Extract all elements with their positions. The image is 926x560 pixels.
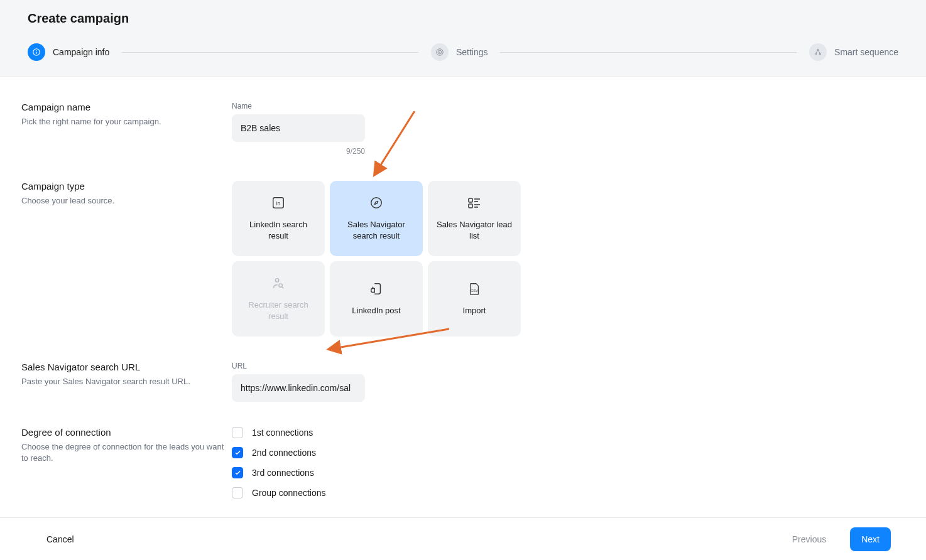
- page-header: Create campaign Campaign info Settings S…: [0, 0, 926, 77]
- campaign-type-desc: Choose your lead source.: [21, 195, 232, 207]
- step-smart-sequence[interactable]: Smart sequence: [809, 43, 898, 61]
- checkbox-1st-connections[interactable]: 1st connections: [232, 427, 905, 438]
- name-field-label: Name: [232, 102, 905, 110]
- search-url-title: Sales Navigator search URL: [21, 362, 232, 372]
- recruiter-icon: [271, 276, 286, 291]
- row-degree: Degree of connection Choose the degree o…: [21, 427, 905, 507]
- search-url-desc: Paste your Sales Navigator search result…: [21, 376, 232, 387]
- type-import[interactable]: CSV Import: [428, 261, 521, 337]
- svg-text:in: in: [276, 201, 281, 207]
- degree-title: Degree of connection: [21, 427, 232, 438]
- checkbox-icon: [232, 427, 243, 438]
- type-sales-nav-lead-list[interactable]: Sales Navigator lead list: [428, 181, 521, 256]
- compass-icon: [369, 195, 384, 210]
- step-label: Smart sequence: [834, 47, 898, 57]
- checkbox-label: 2nd connections: [252, 448, 316, 458]
- form-content: Campaign name Pick the right name for yo…: [0, 77, 926, 557]
- checkbox-label: 3rd connections: [252, 468, 314, 478]
- svg-point-18: [275, 279, 279, 283]
- nodes-icon: [809, 43, 827, 61]
- type-linkedin-search[interactable]: in LinkedIn search result: [232, 181, 325, 256]
- row-campaign-type: Campaign type Choose your lead source. i…: [21, 181, 905, 337]
- step-label: Settings: [456, 47, 488, 57]
- csv-icon: CSV: [467, 281, 482, 296]
- svg-rect-13: [469, 204, 472, 208]
- type-sales-nav-search[interactable]: Sales Navigator search result: [330, 181, 423, 256]
- step-divider: [500, 52, 797, 53]
- type-linkedin-post[interactable]: LinkedIn post: [330, 261, 423, 337]
- row-search-url: Sales Navigator search URL Paste your Sa…: [21, 362, 905, 402]
- target-icon: [431, 43, 449, 61]
- post-icon: [369, 281, 384, 296]
- footer: Cancel Previous Next: [0, 517, 926, 557]
- char-count: 9/250: [232, 147, 365, 156]
- svg-rect-2: [36, 51, 36, 54]
- campaign-name-title: Campaign name: [21, 102, 232, 112]
- checkbox-group-connections[interactable]: Group connections: [232, 487, 905, 498]
- row-campaign-name: Campaign name Pick the right name for yo…: [21, 102, 905, 156]
- type-label: Sales Navigator search result: [337, 219, 415, 241]
- checkbox-icon: [232, 447, 243, 458]
- svg-line-20: [282, 287, 283, 288]
- checkbox-label: 1st connections: [252, 428, 313, 438]
- svg-rect-12: [469, 198, 472, 202]
- step-settings[interactable]: Settings: [431, 43, 488, 61]
- svg-point-1: [36, 50, 36, 51]
- degree-desc: Choose the degree of connection for the …: [21, 441, 232, 464]
- cancel-button[interactable]: Cancel: [35, 527, 85, 551]
- type-grid: in LinkedIn search result Sales Navigato…: [232, 181, 905, 337]
- svg-point-11: [371, 198, 382, 208]
- campaign-name-input[interactable]: [232, 114, 365, 142]
- step-divider: [122, 52, 418, 53]
- svg-point-8: [819, 53, 821, 55]
- previous-button[interactable]: Previous: [781, 527, 837, 551]
- type-label: LinkedIn search result: [239, 219, 317, 241]
- list-icon: [467, 195, 482, 210]
- campaign-name-desc: Pick the right name for your campaign.: [21, 116, 232, 127]
- checkbox-label: Group connections: [252, 488, 326, 498]
- svg-point-7: [815, 53, 817, 55]
- checkbox-icon: [232, 467, 243, 478]
- checkbox-2nd-connections[interactable]: 2nd connections: [232, 447, 905, 458]
- type-label: Import: [463, 305, 486, 316]
- page-title: Create campaign: [28, 11, 898, 26]
- stepper: Campaign info Settings Smart sequence: [28, 43, 898, 61]
- search-url-input[interactable]: [232, 374, 365, 402]
- step-label: Campaign info: [53, 47, 109, 57]
- type-label: Recruiter search result: [239, 299, 317, 321]
- svg-point-5: [439, 51, 440, 53]
- type-recruiter-search[interactable]: Recruiter search result: [232, 261, 325, 337]
- svg-text:CSV: CSV: [471, 289, 478, 293]
- next-button[interactable]: Next: [850, 527, 891, 551]
- svg-point-19: [279, 284, 283, 288]
- type-label: Sales Navigator lead list: [435, 219, 513, 241]
- info-icon: [28, 43, 45, 61]
- linkedin-icon: in: [271, 195, 286, 210]
- type-label: LinkedIn post: [352, 305, 400, 316]
- url-field-label: URL: [232, 362, 905, 370]
- checkbox-icon: [232, 487, 243, 498]
- step-campaign-info[interactable]: Campaign info: [28, 43, 109, 61]
- campaign-type-title: Campaign type: [21, 181, 232, 191]
- checkbox-3rd-connections[interactable]: 3rd connections: [232, 467, 905, 478]
